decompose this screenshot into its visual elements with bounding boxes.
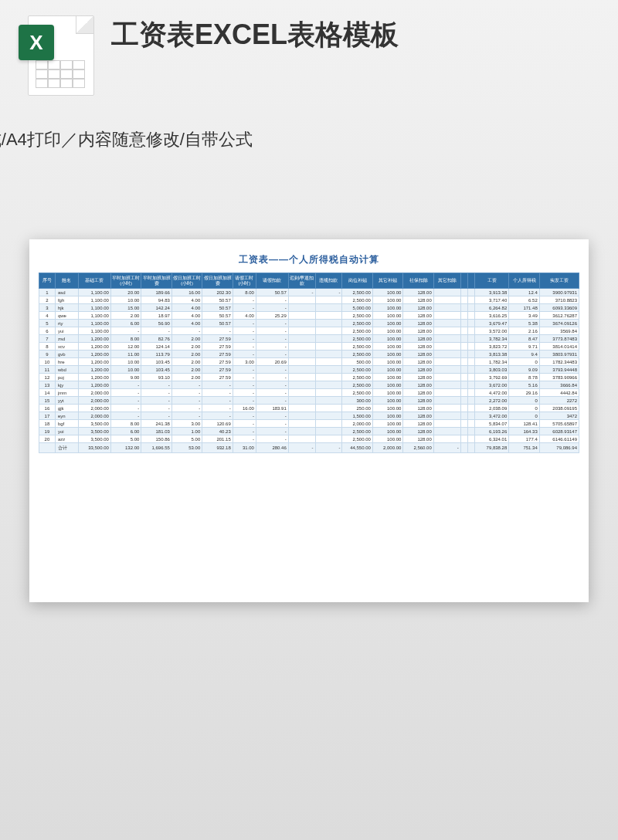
cell: - [256,304,288,312]
cell [460,335,467,343]
table-row: 18bgf3,500.008.00241.383.00120.69--2,000… [39,420,579,428]
cell: 241.38 [141,420,171,428]
cell: 56.90 [141,320,171,327]
cell [433,304,460,312]
cell [315,351,342,358]
table-row: 9gvb1,200.0011.00113.792.0027.59--2,500.… [39,351,579,358]
cell [460,296,467,304]
cell: 128.00 [403,289,433,296]
column-header: 假日加班加班费 [202,273,233,289]
cell: 20.69 [256,358,288,366]
cell [460,289,467,296]
cell: 128.00 [403,312,433,320]
cell: 3612.76287 [539,312,579,320]
cell [467,412,474,420]
cell: 44,550.00 [342,443,372,453]
cell: 3,813.38 [475,351,509,358]
cell [460,435,467,443]
column-header: 序号 [39,273,56,289]
cell: 201.15 [202,435,233,443]
cell [288,397,315,405]
cell [467,428,474,435]
cell [460,443,467,453]
cell [467,358,474,366]
cell: 171.48 [509,304,539,312]
cell [467,320,474,327]
cell: 100.00 [372,289,402,296]
cell: 100.00 [372,397,402,405]
cell: 3814.01414 [539,343,579,351]
cell: 100.00 [372,335,402,343]
table-row: 5rty1,100.006.0056.904.0050.57--2,500.00… [39,320,579,327]
cell: 6,324.01 [475,435,509,443]
cell: 100.00 [372,405,402,412]
cell [467,420,474,428]
cell [433,412,460,420]
cell: 3803.97931 [539,351,579,358]
cell [288,405,315,412]
cell: 177.4 [509,435,539,443]
cell: 164.33 [509,428,539,435]
cell: 250.00 [342,405,372,412]
cell: 3793.94448 [539,366,579,374]
cell: - [233,320,256,327]
page-title: 工资表EXCEL表格模板 [111,17,599,52]
cell: 8.47 [509,335,539,343]
column-header: 姓名 [55,273,78,289]
cell: 2,500.00 [342,428,372,435]
cell: - [171,397,202,405]
cell: 27.59 [202,366,233,374]
cell: 4.00 [171,304,202,312]
cell [315,374,342,381]
cell [288,320,315,327]
cell: 3783.90966 [539,374,579,381]
cell: 100.00 [372,381,402,389]
cell: 5705.65897 [539,420,579,428]
cell: 3 [39,304,56,312]
column-header [460,273,467,289]
cell: 2,000.00 [79,389,111,397]
column-header: 个人所得税 [509,273,539,289]
cell: 2,500.00 [342,343,372,351]
cell: 1,100.00 [79,312,111,320]
cell: - [256,389,288,397]
cell: - [256,428,288,435]
cell: 103.45 [141,358,171,366]
cell: 103.45 [141,366,171,374]
cell: 50.57 [202,296,233,304]
cell [467,351,474,358]
cell: 128.00 [403,397,433,405]
cell: 79,838.28 [475,443,509,453]
cell [288,343,315,351]
cell [460,420,467,428]
cell: 31.00 [233,443,256,453]
cell [315,343,342,351]
cell: - [433,443,460,453]
cell: 11 [39,366,56,374]
table-header: 序号姓名基础工资平时加班工时(小时)平时加班加班费假日加班工时(小时)假日加班加… [39,273,579,289]
cell: - [171,381,202,389]
cell [433,428,460,435]
column-header [467,273,474,289]
table-row: 15yyt2,000.00------300.00100.00128.002,2… [39,397,579,405]
cell: 2,560.00 [403,443,433,453]
cell: 6093.33609 [539,304,579,312]
cell: 19 [39,428,56,435]
table-row: 16gjk2,000.00----16.00183.91250.00100.00… [39,405,579,412]
table-row: 1asd1,100.0020.00189.6616.00202.308.0050… [39,289,579,296]
cell [315,428,342,435]
cell: 82.76 [141,335,171,343]
cell: - [110,412,141,420]
cell: 300.00 [342,397,372,405]
page-subtitle: Excel格式/A4打印／内容随意修改/自带公式 [0,128,618,151]
table-row: 10hre1,200.0010.00103.452.0027.593.0020.… [39,358,579,366]
cell [315,420,342,428]
cell: - [256,374,288,381]
cell: 1782.34483 [539,358,579,366]
cell: 50.57 [256,289,288,296]
cell: - [202,412,233,420]
cell [288,381,315,389]
cell: 2.16 [509,327,539,335]
cell: - [141,389,171,397]
column-header: 平时加班加班费 [141,273,171,289]
